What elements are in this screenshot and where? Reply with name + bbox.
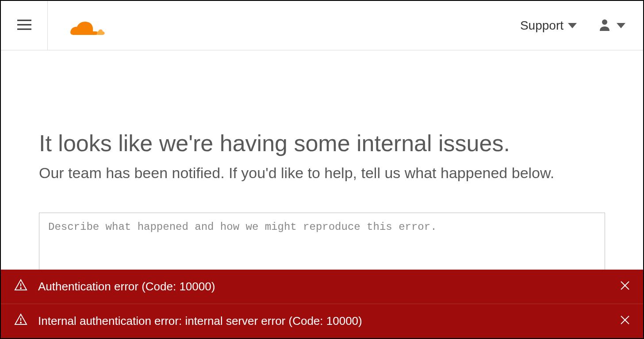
header-right: Support: [520, 19, 625, 33]
alert-close-button[interactable]: [620, 314, 630, 328]
main-content: It looks like we're having some internal…: [1, 50, 643, 281]
cloudflare-logo[interactable]: [63, 15, 106, 36]
close-icon: [620, 314, 630, 328]
person-icon: [599, 19, 610, 33]
header: Support: [1, 1, 643, 50]
alert-banner: Authentication error (Code: 10000): [1, 270, 643, 304]
menu-button[interactable]: [1, 1, 48, 50]
hamburger-icon: [17, 19, 31, 32]
alerts-container: Authentication error (Code: 10000) Inter…: [1, 270, 643, 338]
alert-message: Internal authentication error: internal …: [38, 314, 620, 328]
svg-point-6: [20, 288, 21, 289]
support-label: Support: [520, 19, 564, 33]
page-title: It looks like we're having some internal…: [39, 130, 605, 156]
support-dropdown[interactable]: Support: [520, 19, 577, 33]
caret-down-icon: [568, 23, 577, 28]
error-description-input[interactable]: [39, 213, 605, 279]
alert-message: Authentication error (Code: 10000): [38, 280, 620, 293]
warning-icon: [14, 313, 27, 329]
warning-icon: [14, 278, 27, 295]
close-icon: [620, 280, 630, 293]
user-menu[interactable]: [599, 19, 625, 33]
svg-point-11: [20, 322, 21, 323]
caret-down-icon: [617, 23, 625, 28]
alert-banner: Internal authentication error: internal …: [1, 304, 643, 338]
alert-close-button[interactable]: [620, 280, 630, 293]
svg-point-3: [602, 19, 607, 25]
page-subtitle: Our team has been notified. If you'd lik…: [39, 164, 605, 182]
